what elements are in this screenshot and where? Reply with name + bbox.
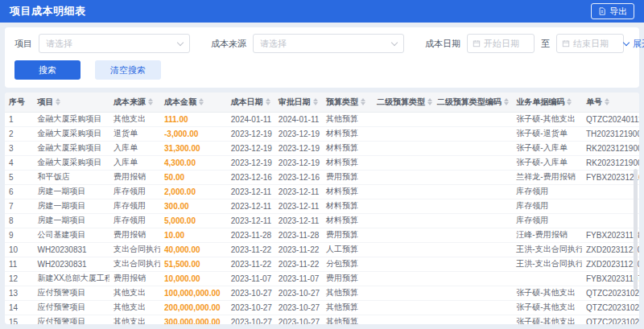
sort-icon[interactable] (199, 98, 204, 105)
table-row: 4金融大厦采购项目入库单4,300.002023-12-192023-12-19… (5, 155, 639, 170)
table-cell-cost-date: 2023-10-27 (227, 286, 275, 300)
table-cell-approval-date: 2023-11-07 (275, 271, 322, 286)
table-cell-index: 10 (5, 242, 33, 257)
table-cell-cost-source: 入库单 (109, 155, 160, 170)
table-cell-cost-amount: 4,300.00 (160, 155, 227, 170)
sort-icon[interactable] (266, 98, 270, 105)
column-header-business-doc[interactable]: 业务单据编码 (512, 93, 582, 112)
column-header-budget-type[interactable]: 预算类型 (322, 93, 373, 112)
column-header-approval-date[interactable]: 审批日期 (275, 93, 322, 112)
table-cell-cost-amount: 5,000.00 (160, 213, 227, 228)
table-row: 3金融大厦采购项目入库单31,300.002023-12-192023-12-1… (5, 141, 639, 155)
sort-icon[interactable] (427, 98, 432, 105)
table-cell-cost-date: 2023-12-11 (227, 213, 275, 228)
table-cell-business-doc: 王洪-支出合同执行 (512, 242, 582, 257)
column-header-sub-budget-type-code[interactable]: 二级预算类型编码 (433, 93, 513, 112)
table-cell-index: 4 (5, 155, 33, 170)
sort-icon[interactable] (504, 98, 509, 105)
cost-source-select[interactable]: 请选择 (253, 34, 404, 53)
clear-search-button[interactable]: 清空搜索 (95, 60, 161, 80)
table-cell-sub-budget-type-code (433, 184, 513, 199)
column-header-sub-budget-type[interactable]: 二级预算类型 (373, 93, 433, 112)
project-select[interactable]: 请选择 (39, 34, 190, 53)
table-row: 2金融大厦采购项目退货单-3,000.002023-12-192023-12-1… (5, 126, 639, 141)
table-cell-project: 应付预警项目 (33, 286, 109, 300)
column-label: 序号 (9, 97, 25, 108)
table-cell-project: 房建一期项目 (33, 199, 109, 213)
table-cell-project: 金融大厦采购项目 (33, 126, 109, 141)
table-row: 14应付预警项目其他支出200,000,000.002023-10-272023… (5, 300, 639, 315)
sort-icon[interactable] (567, 98, 572, 105)
table-cell-sub-budget-type (373, 213, 433, 228)
search-button[interactable]: 搜索 (14, 60, 80, 80)
sort-icon[interactable] (605, 98, 609, 105)
table-cell-sub-budget-type-code (433, 199, 513, 213)
table-cell-project: WH20230831 (33, 257, 109, 271)
sort-icon[interactable] (56, 98, 60, 105)
table-cell-approval-date: 2023-10-27 (275, 300, 322, 315)
end-date-input[interactable]: 结束日期 (556, 34, 624, 53)
sort-icon[interactable] (313, 98, 318, 105)
table-cell-index: 7 (5, 199, 33, 213)
cost-detail-table: 序号项目成本来源成本金额成本日期审批日期预算类型二级预算类型二级预算类型编码业务… (5, 93, 639, 324)
column-header-doc-no[interactable]: 单号 (582, 93, 639, 112)
date-range-separator: 至 (541, 38, 550, 50)
sort-icon[interactable] (148, 98, 153, 105)
table-cell-business-doc: 张子硕-入库单 (512, 155, 582, 170)
table-cell-approval-date: 2023-10-27 (275, 286, 322, 300)
column-header-cost-source[interactable]: 成本来源 (109, 93, 160, 112)
table-cell-approval-date: 2023-12-11 (275, 213, 322, 228)
project-select-placeholder: 请选择 (46, 38, 72, 50)
calendar-icon (473, 39, 481, 47)
table-cell-cost-date: 2023-10-27 (227, 315, 275, 324)
table-cell-index: 1 (5, 112, 33, 126)
table-cell-budget-type: 材料预算 (322, 141, 373, 155)
table-cell-cost-amount: 300,000,000.00 (160, 315, 227, 324)
table-cell-budget-type: 材料预算 (322, 155, 373, 170)
table-cell-business-doc: 张子硕-其他支出 (512, 286, 582, 300)
table-cell-sub-budget-type (373, 271, 433, 286)
table-cell-approval-date: 2023-11-28 (275, 228, 322, 242)
table-cell-cost-date: 2023-11-07 (227, 271, 275, 286)
table-cell-index: 11 (5, 257, 33, 271)
table-cell-cost-source: 费用报销 (109, 228, 160, 242)
table-cell-doc-no: FYBX20231107001 (582, 271, 639, 286)
table-cell-sub-budget-type (373, 242, 433, 257)
table-cell-index: 8 (5, 213, 33, 228)
table-cell-cost-source: 其他支出 (109, 300, 160, 315)
table-cell-cost-source: 费用报销 (109, 170, 160, 184)
table-cell-sub-budget-type-code (433, 242, 513, 257)
table-row: 5和平饭店费用报销50.002023-12-162023-12-16费用预算兰祥… (5, 170, 639, 184)
column-header-cost-amount[interactable]: 成本金额 (160, 93, 227, 112)
table-cell-cost-source: 库存领用 (109, 213, 160, 228)
cost-source-select-placeholder: 请选择 (260, 38, 287, 50)
start-date-input[interactable]: 开始日期 (467, 34, 535, 53)
table-cell-sub-budget-type-code (433, 170, 513, 184)
table-cell-doc-no (582, 199, 639, 213)
export-button[interactable]: 导出 (591, 3, 634, 19)
column-label: 业务单据编码 (516, 97, 564, 108)
column-label: 成本金额 (164, 97, 196, 108)
table-cell-cost-amount: 10.00 (160, 228, 227, 242)
table-cell-cost-amount: 40,000.00 (160, 242, 227, 257)
table-cell-cost-amount: 51,500.00 (160, 257, 227, 271)
cost-source-filter: 成本来源 请选择 (211, 34, 404, 53)
table-cell-budget-type: 其他预算 (322, 300, 373, 315)
table-cell-approval-date: 2023-12-16 (275, 170, 322, 184)
table-cell-sub-budget-type (373, 112, 433, 126)
table-cell-sub-budget-type-code (433, 213, 513, 228)
table-vertical-scrollbar[interactable] (634, 169, 638, 290)
table-cell-cost-source: 入库单 (109, 141, 160, 155)
column-header-project[interactable]: 项目 (33, 93, 109, 112)
end-date-placeholder: 结束日期 (573, 38, 609, 50)
table-cell-cost-amount: 200,000,000.00 (160, 300, 227, 315)
table-cell-approval-date: 2023-12-19 (275, 141, 322, 155)
column-header-cost-date[interactable]: 成本日期 (227, 93, 275, 112)
table-cell-business-doc: 库存领用 (512, 199, 582, 213)
table-cell-index: 13 (5, 286, 33, 300)
sort-icon[interactable] (361, 98, 365, 105)
table-cell-sub-budget-type (373, 315, 433, 324)
table-cell-doc-no: RK20231219003 (582, 141, 639, 155)
expand-filters-link[interactable]: 展开筛选 (624, 38, 644, 50)
table-cell-business-doc: 王洪-支出合同执行 (512, 257, 582, 271)
